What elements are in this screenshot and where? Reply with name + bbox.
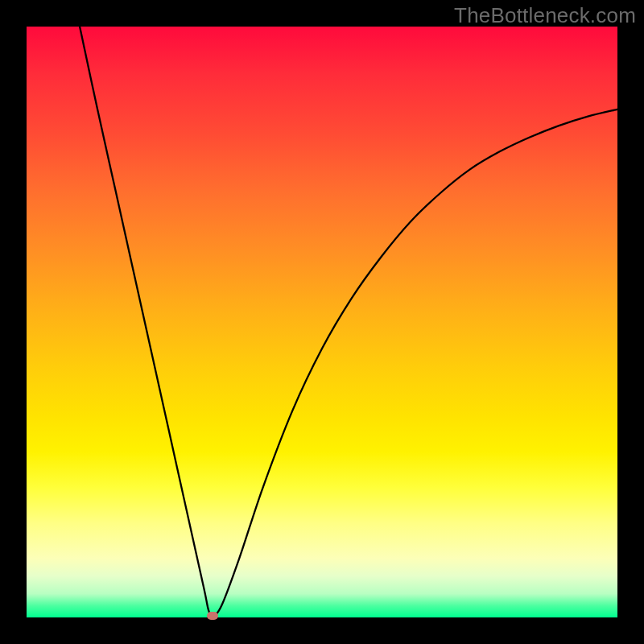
minimum-marker xyxy=(207,612,218,620)
chart-frame: TheBottleneck.com xyxy=(0,0,644,644)
gradient-plot-area xyxy=(27,27,617,617)
bottleneck-curve xyxy=(27,27,617,617)
watermark-text: TheBottleneck.com xyxy=(454,3,636,28)
